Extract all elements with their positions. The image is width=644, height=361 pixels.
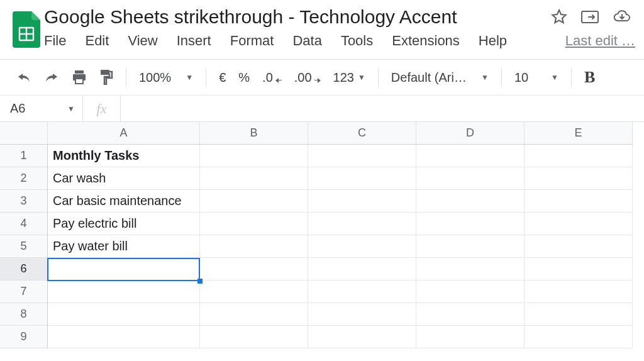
menu-format[interactable]: Format [230,33,274,49]
row-header[interactable]: 1 [0,145,48,167]
column-header-a[interactable]: A [48,122,200,145]
cell-a1[interactable]: Monthly Tasks [48,145,200,167]
star-icon[interactable] [551,9,567,25]
cell-a6[interactable] [48,258,200,280]
cell[interactable] [525,190,633,213]
cell[interactable] [200,326,308,348]
cell[interactable] [416,280,525,303]
menu-bar: File Edit View Insert Format Data Tools … [44,28,635,49]
row-header[interactable]: 5 [0,235,48,258]
cell[interactable] [416,167,525,190]
cell[interactable] [200,145,308,167]
cell-a4[interactable]: Pay electric bill [48,213,200,235]
cell[interactable] [416,326,525,348]
row-header[interactable]: 3 [0,190,48,213]
increase-decimal-button[interactable]: .00 [294,70,321,85]
cell[interactable] [48,326,200,348]
cell[interactable] [308,167,416,190]
cell[interactable] [200,280,308,303]
formula-input[interactable] [121,96,644,121]
toolbar: 100% ▼ € % .0 .00 123▼ Default (Ari… ▼ 1… [0,60,644,95]
cell-a2[interactable]: Car wash [48,167,200,190]
move-icon[interactable] [581,9,599,25]
font-size-dropdown[interactable]: 10▼ [514,70,558,85]
row-header[interactable]: 2 [0,167,48,190]
cloud-icon[interactable] [613,9,631,25]
row-header[interactable]: 6 [0,258,48,280]
document-title[interactable]: Google Sheets strikethrough - Technology… [44,6,457,28]
cell[interactable] [416,258,525,280]
chevron-down-icon: ▼ [551,73,558,82]
menu-help[interactable]: Help [479,33,507,49]
select-all-corner[interactable] [0,122,48,145]
cell[interactable] [200,190,308,213]
decrease-decimal-button[interactable]: .0 [262,70,282,85]
row-header[interactable]: 7 [0,280,48,303]
cell[interactable] [525,280,633,303]
menu-view[interactable]: View [128,33,157,49]
spreadsheet-grid[interactable]: A B C D E 1 Monthly Tasks 2 Car wash 3 C… [0,122,644,348]
cell[interactable] [308,145,416,167]
cell[interactable] [416,213,525,235]
cell[interactable] [48,303,200,326]
row-header[interactable]: 9 [0,326,48,348]
row-header[interactable]: 4 [0,213,48,235]
cell[interactable] [308,258,416,280]
cell[interactable] [200,235,308,258]
svg-rect-4 [75,70,84,74]
print-icon[interactable] [72,70,87,84]
cell[interactable] [525,303,633,326]
bold-button[interactable]: B [584,68,597,87]
cell[interactable] [200,258,308,280]
fx-label: fx [83,96,121,121]
cell[interactable] [308,190,416,213]
more-formats-dropdown[interactable]: 123▼ [333,70,365,85]
cell[interactable] [308,326,416,348]
cell[interactable] [416,190,525,213]
percent-button[interactable]: % [238,70,250,85]
font-dropdown[interactable]: Default (Ari… ▼ [391,70,489,85]
column-header-d[interactable]: D [416,122,525,145]
paint-format-icon[interactable] [99,70,113,85]
cell[interactable] [200,167,308,190]
sheets-logo[interactable] [9,6,44,50]
cell[interactable] [200,213,308,235]
column-header-e[interactable]: E [525,122,633,145]
redo-icon[interactable] [44,71,59,84]
chevron-down-icon: ▼ [358,73,365,82]
last-edit-link[interactable]: Last edit … [565,33,635,49]
cell[interactable] [48,280,200,303]
column-headers: A B C D E [0,122,644,145]
row-header[interactable]: 8 [0,303,48,326]
cell[interactable] [525,326,633,348]
cell[interactable] [525,145,633,167]
menu-edit[interactable]: Edit [85,33,109,49]
undo-icon[interactable] [16,71,31,84]
cell-a5[interactable]: Pay water bill [48,235,200,258]
cell[interactable] [525,235,633,258]
cell[interactable] [308,213,416,235]
menu-insert[interactable]: Insert [177,33,211,49]
cell[interactable] [416,303,525,326]
cell[interactable] [525,258,633,280]
menu-data[interactable]: Data [292,33,321,49]
name-box[interactable]: A6 ▼ [0,96,83,121]
cell[interactable] [416,235,525,258]
cell[interactable] [525,167,633,190]
table-row: 5 Pay water bill [0,235,644,258]
cell[interactable] [416,145,525,167]
column-header-c[interactable]: C [308,122,416,145]
cell-a3[interactable]: Car basic maintenance [48,190,200,213]
column-header-b[interactable]: B [200,122,308,145]
cell[interactable] [308,280,416,303]
menu-tools[interactable]: Tools [341,33,373,49]
cell[interactable] [200,303,308,326]
menu-file[interactable]: File [44,33,66,49]
currency-button[interactable]: € [219,70,226,85]
cell[interactable] [525,213,633,235]
zoom-dropdown[interactable]: 100% ▼ [139,70,193,85]
cell[interactable] [308,303,416,326]
menu-extensions[interactable]: Extensions [392,33,460,49]
selection-handle[interactable] [197,279,203,284]
cell[interactable] [308,235,416,258]
